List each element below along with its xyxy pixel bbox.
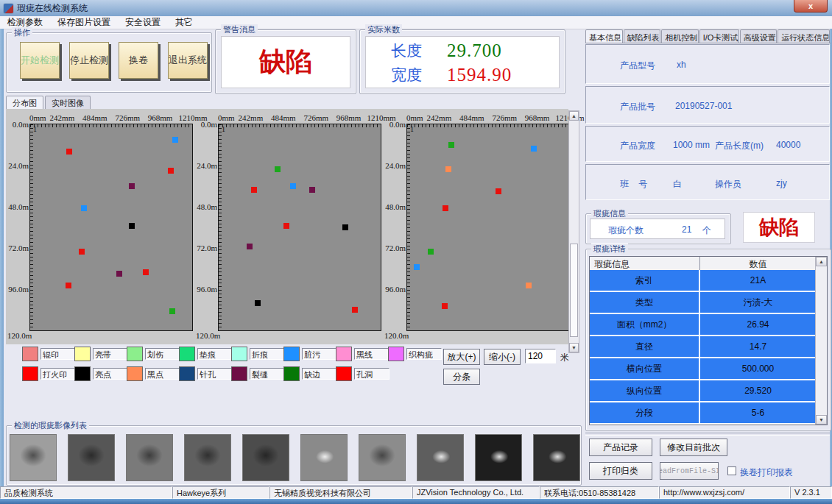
length-input[interactable]	[525, 349, 556, 363]
defect-thumbnail[interactable]	[10, 434, 57, 481]
defect-marker[interactable]	[496, 188, 501, 194]
defect-marker[interactable]	[247, 244, 253, 249]
defect-thumbnail[interactable]	[242, 434, 289, 481]
operation-group: 操作 开始检测停止检测换卷退出系统	[6, 32, 212, 93]
split-button[interactable]: 分条	[443, 369, 480, 385]
defect-marker[interactable]	[255, 300, 261, 306]
defect-marker[interactable]	[143, 269, 149, 275]
op-button[interactable]: 退出系统	[168, 42, 208, 79]
modify-batch-button[interactable]: 修改目前批次	[660, 439, 727, 456]
right-tab[interactable]: 运行状态信息	[778, 29, 830, 43]
defect-marker[interactable]	[531, 146, 537, 152]
defect-marker[interactable]	[442, 303, 448, 309]
y-ticks	[219, 124, 222, 330]
defect-thumbnail[interactable]	[126, 434, 173, 481]
detail-row[interactable]: 类型污渍-大	[590, 292, 816, 314]
defect-marker[interactable]	[116, 271, 122, 277]
defect-marker[interactable]	[428, 249, 434, 255]
read-from-file-button[interactable]: ReadFromFile-SIM	[660, 462, 719, 480]
defect-thumbnail[interactable]	[417, 434, 464, 481]
zoom-out-button[interactable]: 缩小(-)	[484, 349, 521, 365]
defect-marker[interactable]	[342, 224, 348, 230]
operator-value: zjy	[776, 178, 787, 188]
defect-marker[interactable]	[352, 307, 358, 313]
defect-marker[interactable]	[79, 249, 85, 255]
detail-scroll-up-icon[interactable]: ▲	[816, 257, 827, 266]
op-button[interactable]: 停止检测	[69, 42, 109, 79]
plot-scrollbar-thumb[interactable]	[570, 244, 578, 337]
thumbnail-group: 检测的瑕疵影像列表	[6, 425, 582, 486]
print-classify-button[interactable]: 打印归类	[589, 462, 652, 480]
defect-marker[interactable]	[168, 168, 174, 174]
menu-item[interactable]: 安全设置	[118, 16, 168, 29]
view-tab[interactable]: 分布图	[6, 96, 43, 109]
legend-swatch	[283, 366, 300, 381]
close-button[interactable]: x	[794, 0, 828, 13]
defect-marker[interactable]	[445, 166, 451, 172]
defect-marker[interactable]	[414, 264, 420, 270]
detail-row-name: 直径	[590, 336, 700, 357]
right-tab[interactable]: 缺陷列表	[624, 29, 661, 43]
defect-marker[interactable]	[309, 187, 315, 193]
defect-marker[interactable]	[283, 223, 289, 229]
legend-swatch	[283, 347, 300, 361]
defect-marker[interactable]	[448, 142, 454, 148]
scroll-up-icon[interactable]: ▲	[569, 111, 579, 121]
detail-row[interactable]: 纵向位置29.520	[590, 380, 816, 402]
y-tick-label: 24.0m	[7, 161, 29, 170]
section-index: 1	[33, 125, 37, 133]
operation-caption: 操作	[12, 27, 32, 38]
right-tab[interactable]: 相机控制	[661, 29, 699, 43]
scroll-down-icon[interactable]: ▼	[569, 343, 579, 352]
defect-thumbnail[interactable]	[300, 434, 348, 481]
defect-marker[interactable]	[443, 205, 448, 211]
status-cell: http://www.wxjzsj.com/	[659, 486, 790, 499]
defect-marker[interactable]	[251, 187, 257, 193]
defect-marker[interactable]	[129, 183, 135, 189]
y-tick-label: 120.0m	[196, 331, 228, 340]
detail-row[interactable]: 面积（mm2）26.94	[590, 314, 816, 336]
op-button[interactable]: 换卷	[119, 42, 158, 79]
defect-marker[interactable]	[129, 223, 135, 229]
detail-row[interactable]: 分段5-6	[590, 402, 816, 425]
detail-row[interactable]: 横向位置500.000	[590, 358, 816, 380]
right-tab[interactable]: 基本信息	[585, 29, 623, 43]
defect-marker[interactable]	[66, 149, 72, 155]
x-tick-label: 968mm	[336, 113, 362, 122]
detail-row-name: 横向位置	[590, 358, 700, 379]
menu-item[interactable]: 其它	[168, 16, 200, 29]
defect-marker[interactable]	[526, 283, 532, 288]
detail-scrollbar[interactable]: ▲ ▼	[815, 257, 827, 425]
defect-marker[interactable]	[81, 205, 87, 211]
right-tab[interactable]: 高级设置	[740, 29, 778, 43]
defect-marker[interactable]	[66, 283, 71, 288]
right-tab[interactable]: I/O卡测试	[699, 29, 739, 43]
defect-marker[interactable]	[169, 308, 175, 314]
print-on-roll-checkbox[interactable]	[727, 466, 736, 475]
detail-row[interactable]: 直径14.7	[590, 336, 816, 358]
op-button[interactable]: 开始检测	[20, 42, 60, 79]
plot-x-axis: 0mm242mm484mm726mm968mm1210mm	[218, 113, 381, 124]
defect-thumbnail[interactable]	[475, 434, 522, 481]
defect-marker[interactable]	[290, 183, 296, 189]
defect-count-box: 瑕疵个数 21 个	[590, 219, 725, 239]
app-window: 瑕疵在线检测系统 x 检测参数保存图片设置安全设置其它 操作 开始检测停止检测换…	[0, 0, 832, 504]
x-ticks	[407, 124, 569, 127]
defect-thumbnail[interactable]	[184, 434, 231, 481]
defect-thumbnail[interactable]	[533, 434, 580, 481]
detail-scroll-down-icon[interactable]: ▼	[816, 415, 827, 425]
distribution-plots: 0mm242mm484mm726mm968mm1210mm0.0m24.0m48…	[6, 109, 568, 344]
product-record-button[interactable]: 产品记录	[589, 439, 652, 456]
defect-marker[interactable]	[275, 166, 281, 172]
menu-item[interactable]: 保存图片设置	[50, 16, 118, 29]
plot-scrollbar[interactable]: ▲ ▼	[568, 110, 579, 353]
view-tab[interactable]: 实时图像	[45, 96, 91, 109]
defect-thumbnail[interactable]	[68, 434, 115, 481]
defect-marker[interactable]	[172, 137, 178, 143]
defect-thumbnail[interactable]	[359, 434, 406, 481]
x-tick-label: 484mm	[271, 113, 296, 122]
zoom-in-button[interactable]: 放大(+)	[443, 349, 480, 365]
detail-row[interactable]: 索引21A	[590, 270, 816, 292]
right-panel-tabs: 基本信息缺陷列表相机控制I/O卡测试高级设置运行状态信息	[585, 29, 831, 43]
meters-caption: 实际米数	[365, 24, 402, 35]
